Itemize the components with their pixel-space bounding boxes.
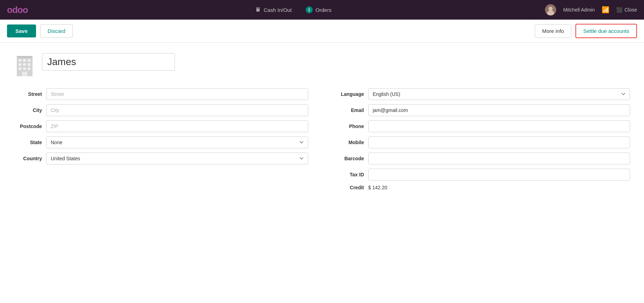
customer-name-input[interactable] — [42, 53, 175, 71]
wifi-icon: 📶 — [602, 6, 609, 14]
svg-rect-9 — [23, 63, 26, 66]
odoo-logo[interactable]: odoo — [7, 5, 28, 15]
cash-in-out-label: Cash In/Out — [264, 7, 292, 13]
phone-label: Phone — [336, 124, 364, 129]
email-input[interactable] — [368, 104, 630, 116]
postcode-input[interactable] — [46, 120, 308, 132]
save-button[interactable]: Save — [7, 24, 36, 37]
phone-row: Phone — [336, 120, 630, 132]
building-icon — [14, 53, 35, 78]
credit-row: Credit $ 142.20 — [336, 185, 630, 190]
svg-rect-8 — [19, 63, 21, 66]
credit-label: Credit — [336, 185, 364, 190]
state-label: State — [14, 140, 42, 145]
postcode-label: Postcode — [14, 124, 42, 129]
avatar[interactable] — [545, 4, 556, 15]
orders-label: Orders — [316, 7, 332, 13]
svg-rect-7 — [28, 59, 30, 62]
discard-button[interactable]: Discard — [40, 24, 73, 38]
toolbar: Save Discard More info Settle due accoun… — [0, 20, 644, 43]
tax-id-input[interactable] — [368, 169, 630, 181]
orders-badge: 1 — [306, 6, 313, 13]
city-label: City — [14, 107, 42, 113]
navbar-center: 🖩 Cash In/Out 1 Orders — [42, 6, 545, 13]
svg-rect-5 — [19, 59, 21, 62]
svg-rect-13 — [28, 68, 30, 70]
country-label: Country — [14, 156, 42, 161]
svg-rect-11 — [19, 68, 21, 70]
state-row: State None — [14, 136, 308, 148]
svg-rect-14 — [22, 72, 27, 76]
city-row: City — [14, 104, 308, 116]
language-label: Language — [336, 91, 364, 97]
street-row: Street — [14, 88, 308, 100]
phone-input[interactable] — [368, 120, 630, 132]
svg-rect-6 — [23, 59, 26, 62]
navbar: odoo 🖩 Cash In/Out 1 Orders Mitchell Adm… — [0, 0, 644, 20]
country-row: Country United States — [14, 153, 308, 164]
user-name: Mitchell Admin — [563, 7, 595, 13]
street-label: Street — [14, 91, 42, 97]
cash-icon: 🖩 — [255, 7, 261, 13]
customer-header — [14, 53, 630, 78]
email-row: Email — [336, 104, 630, 116]
city-input[interactable] — [46, 104, 308, 116]
form-grid: Street City Postcode State None Country — [14, 88, 630, 192]
address-section: Street City Postcode State None Country — [14, 88, 308, 192]
email-label: Email — [336, 107, 364, 113]
mobile-row: Mobile — [336, 136, 630, 148]
svg-rect-10 — [28, 63, 30, 66]
avatar-image — [545, 4, 556, 15]
barcode-label: Barcode — [336, 156, 364, 161]
svg-rect-4 — [17, 56, 33, 58]
credit-value: $ 142.20 — [368, 185, 388, 190]
country-select[interactable]: United States — [46, 153, 308, 164]
barcode-row: Barcode — [336, 153, 630, 164]
svg-point-1 — [549, 7, 553, 11]
settle-due-accounts-button[interactable]: Settle due accounts — [575, 24, 637, 38]
contact-section: Language English (US) Email Phone Mobile… — [336, 88, 630, 192]
street-input[interactable] — [46, 88, 308, 100]
tax-id-label: Tax ID — [336, 172, 364, 177]
nav-orders[interactable]: 1 Orders — [306, 6, 332, 13]
mobile-input[interactable] — [368, 136, 630, 148]
nav-cash-in-out[interactable]: 🖩 Cash In/Out — [255, 7, 292, 13]
mobile-label: Mobile — [336, 140, 364, 145]
postcode-row: Postcode — [14, 120, 308, 132]
more-info-button[interactable]: More info — [535, 24, 572, 38]
language-select[interactable]: English (US) — [368, 88, 630, 100]
tax-id-row: Tax ID — [336, 169, 630, 181]
close-label: Close — [624, 7, 637, 13]
main-content: Street City Postcode State None Country — [0, 43, 644, 203]
svg-rect-12 — [23, 68, 26, 70]
language-row: Language English (US) — [336, 88, 630, 100]
barcode-input[interactable] — [368, 153, 630, 164]
state-select[interactable]: None — [46, 136, 308, 148]
navbar-right: Mitchell Admin 📶 ⬛ Close — [545, 4, 637, 15]
close-button[interactable]: ⬛ Close — [616, 7, 637, 13]
close-icon: ⬛ — [616, 7, 622, 13]
